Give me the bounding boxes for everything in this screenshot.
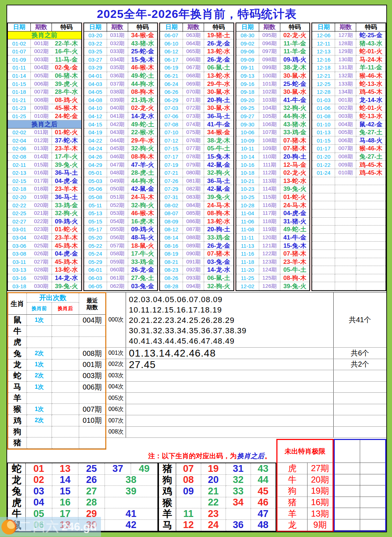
number-cell: 36 — [226, 520, 251, 531]
code-cell: 36-马-土 — [204, 112, 233, 121]
number-cell: 08 — [176, 475, 201, 486]
date-cell: 08-21 — [160, 258, 183, 266]
period-cell: 082期 — [183, 185, 204, 193]
date-cell: 09-25 — [236, 104, 259, 112]
code-cell: 45-鸡-木 — [52, 242, 81, 250]
code-cell — [356, 185, 386, 193]
period-cell: 089期 — [183, 242, 204, 250]
code-cell: 06-鼠-土 — [204, 64, 233, 72]
code-cell: 49-蛇-土 — [128, 120, 158, 129]
period-cell: 092期 — [183, 266, 204, 274]
code-cell: 30-鼠-水 — [204, 88, 233, 96]
code-cell: 30-鼠-水 — [280, 88, 310, 96]
period-cell: 076期 — [183, 136, 204, 145]
code-cell: 13-蛇-水 — [52, 266, 81, 274]
date-cell: 06-03 — [84, 274, 107, 282]
period-cell: 132期 — [335, 72, 356, 80]
zodiac-cell: 兔 — [8, 348, 27, 359]
code-cell: 20-狗-土 — [204, 96, 233, 104]
code-cell: 羊-11-金 — [356, 64, 386, 72]
count-numbers: 27.45 — [126, 359, 334, 370]
period-cell: 075期 — [183, 129, 204, 137]
date-cell: 05-15 — [84, 218, 107, 226]
date-cell: 11-11 — [236, 234, 259, 242]
zodiac-cell: 鼠 — [8, 315, 27, 326]
period-cell: 088期 — [183, 234, 204, 242]
date-cell: 02-22 — [8, 201, 31, 209]
code-cell: 45-鸡-木 — [52, 258, 81, 266]
zodiac-stats-table: 生肖 开出次数 换肖前 换肖后 最近 期数 鼠1次004期牛虎兔2次008期龙1… — [7, 292, 106, 450]
date-cell: 08-19 — [160, 250, 183, 258]
code-cell: 49-蛇-土 — [280, 226, 310, 234]
code-cell: 25-蛇-金 — [128, 48, 158, 56]
code-cell: 14-龙-水 — [204, 266, 233, 274]
column-header-date: 日期 — [84, 23, 107, 32]
code-cell: 猪-43-水 — [356, 39, 386, 48]
date-cell: 01-24 — [312, 169, 335, 177]
zodiac-cell: 马 — [8, 382, 27, 393]
code-cell: 26-龙-金 — [128, 266, 158, 274]
date-cell: 01-17 — [312, 145, 335, 153]
code-cell: 01-蛇-火 — [280, 193, 310, 202]
footnote-prefix: 注：以下生肖的对应出码，为 — [148, 451, 237, 461]
code-cell: 41-牛-金 — [280, 234, 310, 242]
count-row: 002次27.45共2个 — [106, 359, 386, 371]
count-label: 003次 — [106, 370, 126, 381]
date-cell: 02-13 — [8, 169, 31, 177]
number-cell: 03 — [26, 486, 52, 497]
period-cell: 108期 — [259, 136, 280, 145]
date-cell — [312, 177, 335, 185]
number-cell: 45 — [251, 486, 276, 497]
date-cell — [312, 234, 335, 242]
date-cell: 11-20 — [236, 266, 259, 274]
period-cell: 032期 — [107, 39, 128, 48]
number-cell: 11 — [176, 508, 201, 520]
period-cell: 070期 — [183, 88, 204, 96]
code-cell: 20-狗-土 — [204, 226, 233, 234]
date-cell: 03-13 — [8, 266, 31, 274]
period-cell: 004期 — [31, 64, 52, 72]
code-cell: 01-蛇-火 — [52, 129, 81, 137]
date-cell: 01-15 — [8, 80, 31, 88]
numbers-line: 01.13.14.42.46.48 — [129, 348, 333, 359]
count-row: 007次 — [106, 415, 386, 427]
date-cell: 12-06 — [312, 32, 335, 40]
count-after-cell — [52, 437, 79, 449]
count-after-cell — [52, 415, 79, 426]
code-cell — [356, 177, 386, 185]
frequency-groups: 000次02.03.04.05.06.07.08.0910.11.12.15.1… — [106, 292, 386, 450]
code-cell: 26-龙-金 — [204, 242, 233, 250]
period-cell: 020期 — [31, 201, 52, 209]
period-cell — [335, 266, 356, 274]
period-cell: 008期 — [335, 153, 356, 161]
code-cell: 04-虎-金 — [280, 209, 310, 218]
code-cell: 33-鸡-金 — [52, 201, 81, 209]
date-cell: 06-24 — [160, 80, 183, 88]
date-cell: 02-18 — [8, 185, 31, 193]
column-header-period: 期数 — [31, 23, 52, 32]
period-cell: 106期 — [259, 120, 280, 129]
number-cell: 43 — [251, 463, 276, 475]
footnote-suffix: 。 — [265, 451, 271, 461]
period-cell: 045期 — [107, 145, 128, 153]
period-cell: 014期 — [31, 153, 52, 161]
empty-cell — [335, 508, 360, 519]
numbers-line: 30.31.32.33.34.35.36.37.38.39 — [129, 325, 333, 336]
limit-zodiac: 羊 — [277, 508, 308, 519]
column-header-period: 期数 — [259, 23, 280, 32]
code-cell: 鼠-42-金 — [356, 120, 386, 129]
date-cell: 01-18 — [8, 88, 31, 96]
date-cell — [312, 193, 335, 202]
code-cell: 12-马-金 — [280, 161, 310, 169]
numbers-line: 20.21.22.23.24.25.26.28.29 — [129, 315, 333, 325]
date-cell: 06-01 — [84, 266, 107, 274]
date-cell: 04-26 — [84, 153, 107, 161]
period-cell: 071期 — [183, 96, 204, 104]
number-cell: 33 — [226, 486, 251, 497]
date-cell: 03-22 — [84, 39, 107, 48]
number-cell: 25 — [78, 463, 105, 475]
period-cell: 009期 — [31, 104, 52, 112]
period-cell: 010期 — [31, 112, 52, 121]
date-cell: 07-03 — [160, 104, 183, 112]
numbers-line: 40.41.43.44.45.46.47.48.49 — [129, 336, 333, 346]
